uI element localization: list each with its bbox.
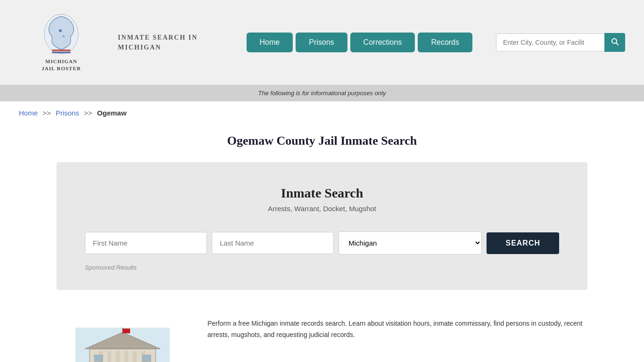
search-box-subtitle: Arrests, Warrant, Docket, Mugshot (85, 205, 559, 213)
logo-text: MICHIGAN JAIL ROSTER (41, 58, 81, 73)
svg-rect-20 (94, 355, 103, 362)
svg-rect-4 (52, 52, 71, 53)
building-image (57, 318, 189, 362)
breadcrumb-sep1: >> (42, 109, 51, 117)
header-search-button[interactable] (604, 33, 625, 52)
state-select[interactable]: AlabamaAlaskaArizonaArkansasCaliforniaCo… (339, 231, 482, 255)
search-box-title: Inmate Search (85, 186, 559, 201)
svg-rect-21 (142, 355, 151, 362)
search-icon (611, 38, 619, 45)
svg-rect-3 (52, 49, 71, 51)
breadcrumb-home-link[interactable]: Home (19, 109, 38, 117)
svg-line-6 (616, 43, 618, 45)
last-name-input[interactable] (212, 232, 334, 254)
svg-rect-14 (116, 351, 120, 362)
bottom-description: Perform a free Michigan inmate records s… (207, 318, 587, 341)
svg-point-1 (59, 29, 62, 32)
sponsored-results-label: Sponsored Results (85, 264, 559, 271)
nav-bar: Home Prisons Corrections Records (247, 33, 472, 52)
logo-icon (42, 13, 80, 55)
svg-rect-23 (123, 329, 130, 333)
logo-area: MICHIGAN JAIL ROSTER (19, 13, 104, 73)
nav-prisons-button[interactable]: Prisons (296, 33, 347, 52)
nav-home-button[interactable]: Home (247, 33, 293, 52)
breadcrumb-sep2: >> (84, 109, 92, 117)
inmate-search-box: Inmate Search Arrests, Warrant, Docket, … (57, 162, 587, 290)
svg-rect-13 (107, 351, 111, 362)
bottom-section: Perform a free Michigan inmate records s… (0, 304, 644, 362)
svg-rect-16 (133, 351, 137, 362)
first-name-input[interactable] (85, 232, 207, 254)
page-title-section: Ogemaw County Jail Inmate Search (0, 124, 644, 162)
info-banner: The following is for informational purpo… (0, 85, 644, 101)
header-search-input[interactable] (496, 33, 604, 51)
breadcrumb: Home >> Prisons >> Ogemaw (0, 101, 644, 124)
breadcrumb-current: Ogemaw (97, 109, 127, 117)
nav-records-button[interactable]: Records (418, 33, 472, 52)
search-form: AlabamaAlaskaArizonaArkansasCaliforniaCo… (85, 231, 559, 255)
building-svg (75, 328, 170, 362)
site-title: INMATE SEARCH INMICHIGAN (118, 33, 198, 52)
header-search-area (496, 33, 625, 52)
svg-rect-15 (124, 351, 128, 362)
search-submit-button[interactable]: SEARCH (487, 232, 559, 254)
breadcrumb-prisons-link[interactable]: Prisons (56, 109, 79, 117)
svg-point-2 (63, 35, 65, 37)
nav-corrections-button[interactable]: Corrections (350, 33, 415, 52)
page-title: Ogemaw County Jail Inmate Search (19, 134, 625, 148)
header: MICHIGAN JAIL ROSTER INMATE SEARCH INMIC… (0, 0, 644, 85)
